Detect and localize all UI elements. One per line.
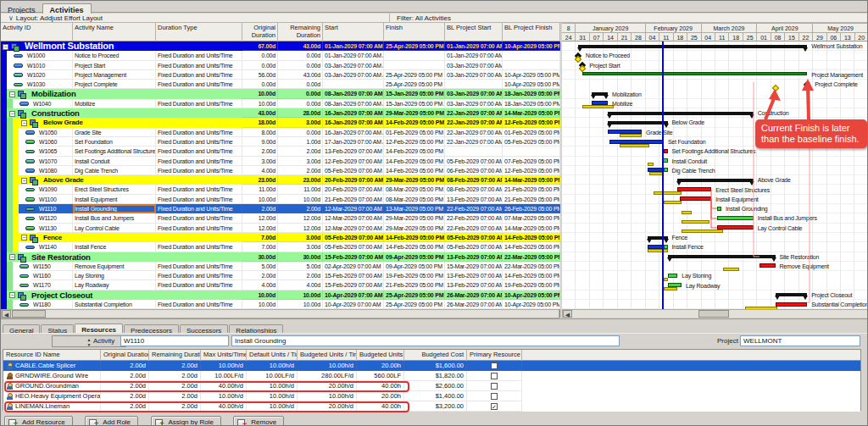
table-row[interactable]: W1150Remove EquipmentFixed Duration and … — [1, 262, 560, 271]
column-header[interactable]: Activity ID — [1, 23, 73, 41]
table-row[interactable]: W1040MobilizeFixed Duration and Units/Ti… — [1, 99, 560, 108]
table-row[interactable]: −Wellmont Substation67.00d43.00d01-Jan-2… — [1, 41, 560, 51]
column-header[interactable]: Original Duration — [242, 23, 278, 41]
gantt-summary-bar[interactable] — [668, 255, 776, 258]
gantt-remaining-bar[interactable] — [664, 168, 668, 172]
table-row[interactable]: W1090Erect Steel StructuresFixed Duratio… — [1, 185, 560, 194]
gantt-baseline-bar[interactable] — [664, 278, 668, 281]
column-header[interactable]: BL Project Start — [445, 23, 503, 41]
gantt-baseline-bar[interactable] — [664, 287, 677, 290]
gantt-baseline-bar[interactable] — [723, 268, 739, 271]
collapse-icon[interactable]: − — [9, 111, 15, 117]
table-row[interactable]: W1120Install Bus and JumpersFixed Durati… — [1, 213, 560, 223]
scrollbar-thumb[interactable] — [12, 310, 46, 318]
column-header[interactable]: Duration Type — [156, 23, 242, 41]
remove-button[interactable]: Remove — [233, 416, 284, 426]
gantt-horizontal-scrollbar[interactable]: ◀ — [562, 309, 868, 318]
table-row[interactable]: W1000Notice to ProceedFixed Duration and… — [1, 51, 560, 60]
gantt-baseline-bar[interactable] — [654, 191, 682, 195]
table-row[interactable]: −Mobilization10.00d0.00d08-Jan-2029 07:0… — [1, 89, 560, 98]
table-row[interactable]: W1065Set Footings Additional StructuresF… — [1, 147, 560, 156]
gantt-baseline-bar[interactable] — [682, 220, 709, 224]
resource-row[interactable]: HEO.Heavy Equipment Operator2.00d2.00d10… — [3, 391, 860, 401]
filter-selector[interactable]: Filter: All Activities — [397, 14, 451, 22]
layout-selector[interactable]: ∨Layout: Addjust Effort Layout — [6, 14, 103, 22]
resource-column-header[interactable]: Default Units / Time — [247, 350, 298, 361]
table-row[interactable]: −Above Grade23.00d23.00d20-Feb-2029 07:0… — [1, 175, 560, 185]
resource-column-header[interactable]: Budgeted Units / Time — [298, 350, 357, 361]
gantt-summary-bar[interactable] — [648, 236, 668, 240]
collapse-icon[interactable]: − — [9, 292, 15, 298]
resource-column-header[interactable]: Max Units/Time — [201, 350, 247, 361]
gantt-task-bar[interactable] — [717, 216, 753, 220]
collapse-icon[interactable]: − — [21, 120, 27, 126]
activity-id-field[interactable]: W1110 — [120, 335, 229, 346]
collapse-icon[interactable]: − — [21, 178, 27, 184]
gantt-baseline-bar[interactable] — [582, 105, 615, 108]
add-role-button[interactable]: Add Role — [85, 416, 138, 426]
table-row[interactable]: W1160Lay StoningFixed Duration and Units… — [1, 271, 560, 280]
gantt-task-bar[interactable] — [776, 302, 808, 307]
gantt-task-bar[interactable] — [668, 274, 678, 278]
gantt-baseline-bar[interactable] — [682, 211, 692, 214]
primary-resource-checkbox[interactable] — [491, 362, 498, 369]
gantt-task-bar[interactable] — [664, 149, 668, 153]
scroll-left-icon[interactable]: ◀ — [563, 310, 572, 318]
resource-row[interactable]: GRNDWIRE.Ground Wire2.00d2.00d10.00LF/d1… — [3, 371, 860, 381]
table-row[interactable]: W1180Substantial CompletionFixed Duratio… — [1, 300, 560, 309]
table-row[interactable]: W1020Project ManagementFixed Duration an… — [1, 70, 560, 80]
table-row[interactable]: W1060Set FoundationFixed Duration and Un… — [1, 137, 560, 147]
gantt-baseline-bar[interactable] — [620, 144, 649, 147]
resource-column-header[interactable]: Original Duration — [101, 350, 149, 361]
gantt-summary-bar[interactable] — [776, 293, 808, 296]
table-row[interactable]: −Fence7.00d3.00d05-Feb-2029 07:00 AM A14… — [1, 233, 560, 242]
table-row[interactable]: W1030Project CompleteFixed Duration and … — [1, 80, 560, 89]
assign-by-role-button[interactable]: Assign by Role — [151, 416, 221, 426]
gantt-task-bar[interactable] — [582, 72, 808, 75]
table-row[interactable]: W1070Install ConduitFixed Duration and U… — [1, 157, 560, 166]
table-row[interactable]: W1010Project StartFixed Duration and Uni… — [1, 61, 560, 70]
collapse-icon[interactable]: − — [21, 235, 27, 241]
gantt-milestone-icon[interactable] — [804, 80, 810, 87]
resource-column-header[interactable]: Budgeted Cost — [404, 350, 467, 361]
gantt-baseline-bar[interactable] — [664, 201, 682, 204]
table-row[interactable]: W1050Grade SiteFixed Duration and Units/… — [1, 128, 560, 137]
table-row[interactable]: W1100Install EquipmentFixed Duration and… — [1, 195, 560, 204]
table-row[interactable]: W1110Install GroundingFixed Duration and… — [1, 204, 560, 213]
scrollbar-thumb[interactable] — [698, 310, 729, 318]
table-row[interactable]: W1140Install FenceFixed Duration and Uni… — [1, 242, 560, 252]
resource-column-header[interactable]: Resource ID Name — [3, 350, 101, 361]
table-row[interactable]: W1130Lay Control CableFixed Duration and… — [1, 224, 560, 233]
table-row[interactable]: −Site Restoration30.00d30.00d15-Feb-2029… — [1, 252, 560, 262]
column-header[interactable]: Activity Name — [73, 23, 156, 41]
gantt-summary-bar[interactable] — [608, 121, 668, 124]
gantt-summary-bar[interactable] — [677, 179, 753, 182]
resource-column-header[interactable]: Remaining Duration — [149, 350, 201, 361]
primary-resource-checkbox[interactable] — [491, 383, 498, 390]
scroll-left-icon[interactable]: ◀ — [2, 310, 11, 318]
resource-row[interactable]: CABLE.Cable Splicer2.00d2.00d10.00h/d10.… — [3, 361, 860, 371]
gantt-task-bar[interactable] — [680, 196, 712, 201]
gantt-baseline-milestone-icon[interactable] — [771, 84, 778, 91]
activity-name-field[interactable]: Install Grounding — [231, 335, 620, 346]
add-resource-button[interactable]: Add Resource — [4, 416, 73, 426]
gantt-task-bar[interactable] — [677, 187, 711, 191]
primary-resource-checkbox[interactable] — [491, 393, 498, 400]
record-spinner[interactable]: ▲ ▼ — [52, 335, 126, 347]
gantt-baseline-bar[interactable] — [648, 249, 668, 252]
gantt-baseline-bar[interactable] — [682, 230, 723, 233]
gantt-summary-bar[interactable] — [608, 112, 754, 115]
table-horizontal-scrollbar[interactable]: ◀ — [1, 309, 559, 318]
column-header[interactable]: Start — [323, 23, 384, 41]
gantt-summary-bar[interactable] — [578, 45, 807, 48]
collapse-icon[interactable]: − — [3, 44, 8, 50]
table-row[interactable]: −Below Grade18.00d3.00d16-Jan-2029 07:00… — [1, 118, 560, 127]
table-row[interactable]: W1080Dig Cable TrenchFixed Duration and … — [1, 166, 560, 175]
collapse-icon[interactable]: − — [9, 91, 15, 97]
gantt-task-bar[interactable] — [717, 207, 721, 211]
project-field[interactable]: WELLMONT — [740, 335, 860, 346]
table-row[interactable]: −Project Closeout10.00d10.00d10-Apr-2029… — [1, 290, 560, 300]
primary-resource-checkbox[interactable] — [491, 373, 498, 379]
gantt-baseline-bar[interactable] — [620, 134, 642, 137]
primary-resource-checkbox[interactable]: ✓ — [491, 403, 498, 410]
